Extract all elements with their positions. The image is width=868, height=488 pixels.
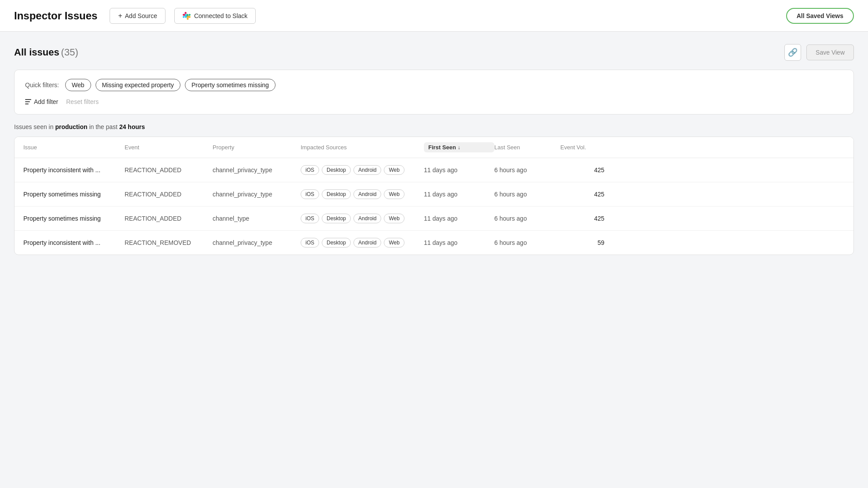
page-header: Inspector Issues + Add Source Connected … [0,0,868,32]
cell-event: REACTION_ADDED [125,215,213,222]
source-tag: Web [384,214,404,223]
issues-seen-prefix: Issues seen in [14,123,55,130]
connected-slack-label: Connected to Slack [194,12,247,19]
table-row[interactable]: Property sometimes missingREACTION_ADDED… [15,182,853,207]
cell-event: REACTION_REMOVED [125,239,213,246]
issues-title: All issues [14,47,59,58]
cell-event-vol: 425 [560,191,604,198]
cell-issue: Property sometimes missing [23,215,125,222]
filter-icon [25,99,31,104]
plus-icon: + [118,12,122,20]
source-tag: Android [353,189,381,199]
table-header-event: Event [125,142,213,152]
main-content: All issues (35) 🔗 Save View Quick filter… [0,32,868,267]
cell-event-vol: 425 [560,166,604,174]
cell-event-vol: 59 [560,239,604,246]
cell-first-seen: 11 days ago [424,215,494,222]
add-filter-button[interactable]: Add filter [25,98,58,105]
source-tag: Desktop [322,238,351,248]
cell-last-seen: 6 hours ago [494,166,560,174]
cell-property: channel_type [213,215,301,222]
source-tag: Desktop [322,189,351,199]
table-header-event_vol: Event Vol. [560,142,604,152]
cell-property: channel_privacy_type [213,166,301,174]
cell-event-vol: 425 [560,215,604,222]
issues-table: IssueEventPropertyImpacted SourcesFirst … [14,137,854,255]
header-right: All Saved Views [786,8,854,24]
sort-arrow-icon: ↓ [458,144,460,151]
table-row[interactable]: Property inconsistent with ...REACTION_A… [15,158,853,182]
all-saved-views-label: All Saved Views [797,12,843,19]
add-filter-row: Add filter Reset filters [25,98,843,105]
issues-seen-middle: in the past [88,123,119,130]
table-header-last_seen: Last Seen [494,142,560,152]
cell-property: channel_privacy_type [213,191,301,198]
table-header-issue: Issue [23,142,125,152]
cell-impacted-sources: iOSDesktopAndroidWeb [301,165,424,175]
page-title: Inspector Issues [14,10,97,22]
table-row[interactable]: Property inconsistent with ...REACTION_R… [15,231,853,255]
issues-header: All issues (35) 🔗 Save View [14,44,854,61]
cell-event: REACTION_ADDED [125,166,213,174]
save-view-button[interactable]: Save View [806,44,854,60]
cell-issue: Property inconsistent with ... [23,166,125,174]
issues-seen-env: production [55,123,87,130]
copy-link-button[interactable]: 🔗 [784,44,801,61]
quick-filters-row: Quick filters: WebMissing expected prope… [25,79,843,91]
issues-title-group: All issues (35) [14,47,78,58]
source-tag: Desktop [322,214,351,223]
cell-first-seen: 11 days ago [424,166,494,174]
filter-chip[interactable]: Missing expected property [96,79,180,91]
table-header-property: Property [213,142,301,152]
source-tag: iOS [301,238,319,248]
cell-property: channel_privacy_type [213,239,301,246]
filter-chips-container: WebMissing expected propertyProperty som… [65,79,276,91]
connected-slack-button[interactable]: Connected to Slack [174,8,256,24]
cell-last-seen: 6 hours ago [494,215,560,222]
source-tag: iOS [301,189,319,199]
source-tag: Desktop [322,165,351,175]
add-source-button[interactable]: + Add Source [110,8,166,24]
add-filter-label: Add filter [34,98,58,105]
slack-icon [183,12,191,20]
table-header-first_seen[interactable]: First Seen↓ [424,142,494,152]
table-body: Property inconsistent with ...REACTION_A… [15,158,853,255]
cell-impacted-sources: iOSDesktopAndroidWeb [301,189,424,199]
issues-seen-period: 24 hours [119,123,145,130]
source-tag: Android [353,238,381,248]
source-tag: Web [384,189,404,199]
table-row[interactable]: Property sometimes missingREACTION_ADDED… [15,207,853,231]
cell-event: REACTION_ADDED [125,191,213,198]
source-tag: iOS [301,165,319,175]
reset-filters-button[interactable]: Reset filters [66,98,99,105]
issues-count: (35) [61,47,78,58]
cell-issue: Property sometimes missing [23,191,125,198]
cell-impacted-sources: iOSDesktopAndroidWeb [301,214,424,223]
table-header-impacted_sources: Impacted Sources [301,142,424,152]
source-tag: Android [353,165,381,175]
add-source-label: Add Source [125,12,157,19]
filter-chip[interactable]: Web [65,79,91,91]
cell-last-seen: 6 hours ago [494,191,560,198]
cell-first-seen: 11 days ago [424,239,494,246]
source-tag: iOS [301,214,319,223]
cell-issue: Property inconsistent with ... [23,239,125,246]
source-tag: Web [384,238,404,248]
cell-first-seen: 11 days ago [424,191,494,198]
issues-header-right: 🔗 Save View [784,44,854,61]
cell-impacted-sources: iOSDesktopAndroidWeb [301,238,424,248]
cell-last-seen: 6 hours ago [494,239,560,246]
filters-panel: Quick filters: WebMissing expected prope… [14,70,854,115]
filter-chip[interactable]: Property sometimes missing [185,79,276,91]
all-saved-views-button[interactable]: All Saved Views [786,8,854,24]
quick-filters-label: Quick filters: [25,81,59,89]
source-tag: Android [353,214,381,223]
source-tag: Web [384,165,404,175]
link-icon: 🔗 [788,48,798,57]
table-header: IssueEventPropertyImpacted SourcesFirst … [15,137,853,158]
issues-seen-text: Issues seen in production in the past 24… [14,123,854,130]
